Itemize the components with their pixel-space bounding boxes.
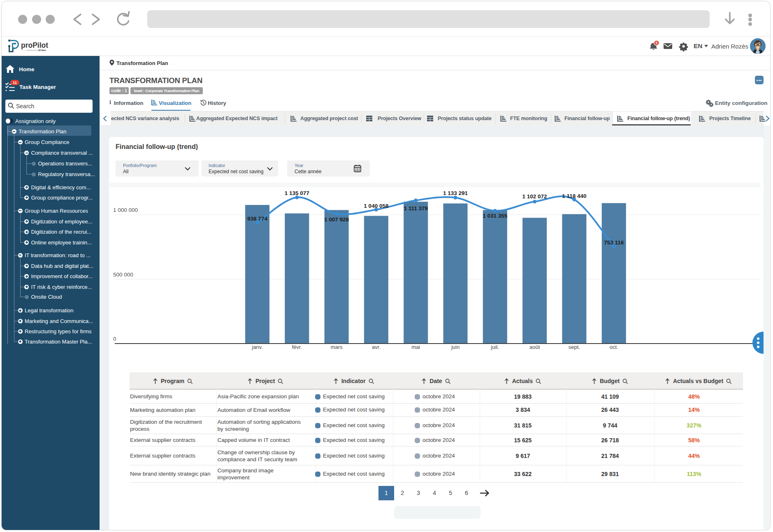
svg-text:mai: mai — [411, 344, 420, 350]
svg-text:1 007 928: 1 007 928 — [324, 216, 349, 223]
svg-text:août: août — [529, 344, 540, 350]
svg-text:oct.: oct. — [610, 344, 618, 350]
svg-text:1 000 000: 1 000 000 — [113, 207, 138, 213]
svg-text:1 111 379: 1 111 379 — [404, 205, 428, 211]
svg-text:janv.: janv. — [251, 344, 263, 350]
svg-text:avr.: avr. — [372, 344, 381, 350]
svg-text:févr.: févr. — [292, 344, 302, 350]
svg-text:938 774: 938 774 — [247, 216, 267, 222]
svg-text:sept.: sept. — [569, 344, 580, 350]
svg-text:1 040 058: 1 040 058 — [364, 203, 389, 209]
svg-text:1 135 077: 1 135 077 — [285, 190, 309, 196]
svg-text:1 133 291: 1 133 291 — [443, 190, 468, 196]
svg-text:753 116: 753 116 — [604, 239, 624, 246]
svg-text:juil.: juil. — [491, 344, 499, 350]
svg-text:5: 5 — [656, 41, 658, 45]
svg-text:mars: mars — [331, 344, 343, 350]
svg-text:1 102 072: 1 102 072 — [522, 193, 547, 200]
svg-text:juin: juin — [451, 344, 460, 350]
svg-text:0: 0 — [113, 336, 116, 342]
svg-text:1 031 355: 1 031 355 — [483, 213, 508, 219]
svg-text:1 118 440: 1 118 440 — [562, 193, 586, 199]
svg-text:500 000: 500 000 — [113, 272, 133, 278]
